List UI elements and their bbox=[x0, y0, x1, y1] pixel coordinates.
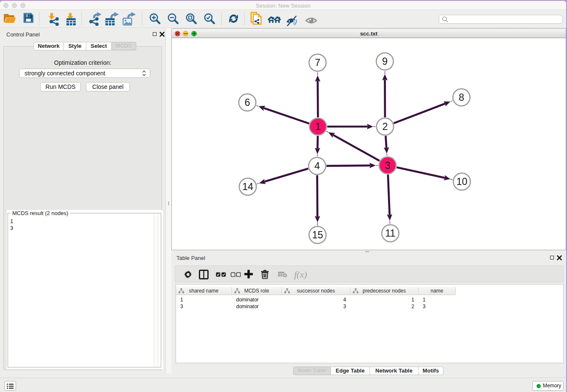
svg-text:3: 3 bbox=[385, 160, 390, 171]
svg-text:4: 4 bbox=[314, 160, 320, 171]
svg-text:9: 9 bbox=[382, 56, 388, 67]
svg-text:8: 8 bbox=[459, 92, 464, 103]
svg-text:2: 2 bbox=[382, 121, 388, 132]
svg-text:1: 1 bbox=[315, 121, 321, 132]
svg-text:6: 6 bbox=[245, 97, 250, 108]
svg-text:11: 11 bbox=[385, 228, 395, 239]
svg-text:15: 15 bbox=[312, 229, 323, 240]
svg-text:10: 10 bbox=[456, 176, 467, 187]
svg-text:14: 14 bbox=[242, 181, 253, 192]
svg-text:7: 7 bbox=[315, 57, 320, 68]
